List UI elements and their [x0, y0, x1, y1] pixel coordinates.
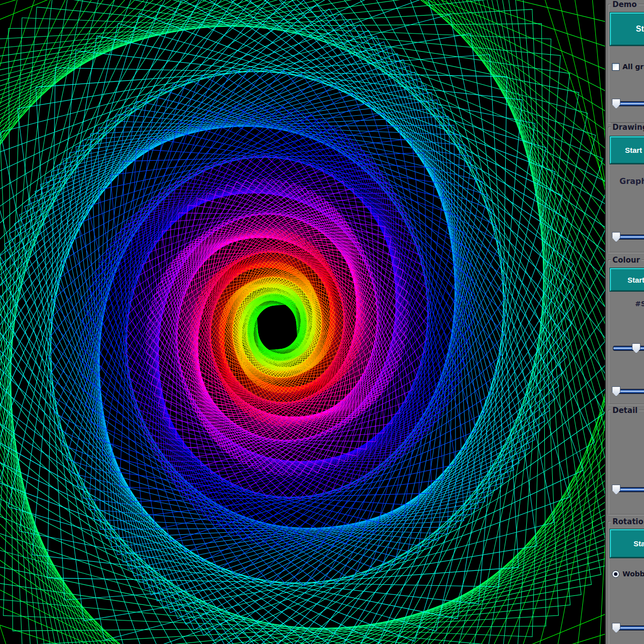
rotation-group: Rotation Start Wobbly: [608, 521, 644, 644]
demo-start-button[interactable]: Start: [610, 13, 644, 46]
shades-slider-thumb[interactable]: [632, 343, 640, 353]
drawing-slider-thumb[interactable]: [612, 232, 620, 242]
demo-slider[interactable]: [613, 98, 644, 109]
drawing-canvas[interactable]: [0, 0, 605, 644]
app-window: Demo Start All graphs Drawing Start Grap…: [0, 0, 644, 644]
detail-group: Detail: [608, 410, 644, 515]
wobbly-label: Wobbly: [622, 570, 644, 578]
demo-slider-thumb[interactable]: [612, 99, 620, 109]
rotation-start-button[interactable]: Start: [610, 529, 644, 558]
control-panel: Demo Start All graphs Drawing Start Grap…: [605, 0, 644, 644]
detail-slider[interactable]: [613, 484, 644, 495]
detail-slider-thumb[interactable]: [612, 485, 620, 495]
colour-group-title: Colour: [611, 256, 641, 265]
demo-group-title: Demo: [611, 0, 638, 9]
rotation-slider[interactable]: [613, 622, 644, 633]
detail-group-title: Detail: [611, 406, 639, 415]
drawing-group-title: Drawing: [611, 123, 644, 132]
colour-group: Colour Start #Shades: [608, 260, 644, 405]
all-graphs-checkbox[interactable]: [612, 63, 619, 71]
shades-slider[interactable]: [613, 343, 644, 354]
wobbly-option: Wobbly: [612, 570, 644, 578]
drawing-group: Drawing Start Graphs: [608, 127, 644, 253]
wobbly-radio[interactable]: [612, 570, 619, 578]
all-graphs-option: All graphs: [612, 63, 644, 71]
colour-start-button[interactable]: Start: [610, 268, 644, 291]
all-graphs-label: All graphs: [622, 63, 644, 71]
shades-label: #Shades: [635, 300, 644, 308]
rotation-group-title: Rotation: [611, 517, 644, 526]
rotation-slider-thumb[interactable]: [612, 623, 620, 633]
demo-group: Demo Start All graphs: [608, 4, 644, 123]
colour-slider2[interactable]: [613, 386, 644, 397]
drawing-start-button[interactable]: Start: [610, 136, 644, 164]
drawing-slider[interactable]: [613, 232, 644, 243]
graphs-label: Graphs: [619, 176, 644, 186]
colour-slider2-thumb[interactable]: [612, 386, 620, 396]
